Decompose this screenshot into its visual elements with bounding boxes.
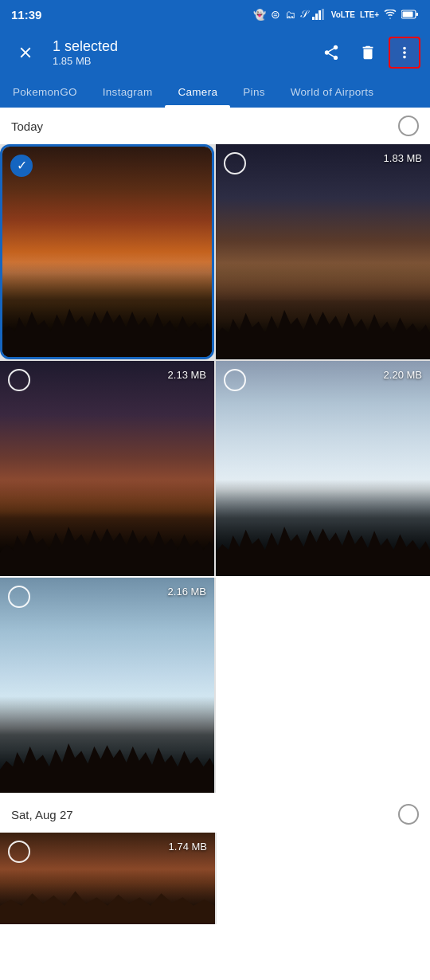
tree-overlay-1 <box>2 262 212 357</box>
action-bar-right <box>315 37 420 69</box>
more-button[interactable] <box>389 37 420 69</box>
tab-instagram[interactable]: Instagram <box>90 76 166 108</box>
bottom-photo-grid: 1.74 MB <box>0 833 430 924</box>
share-button[interactable] <box>315 37 347 69</box>
selected-count: 1 selected <box>53 38 118 55</box>
status-time: 11:39 <box>11 8 41 22</box>
tree-overlay-5 <box>0 696 214 794</box>
close-button[interactable] <box>10 37 41 69</box>
svg-rect-1 <box>315 14 318 20</box>
select-circle-2[interactable] <box>224 152 246 174</box>
share-icon <box>322 44 340 61</box>
svg-rect-3 <box>322 9 324 20</box>
volte-label: VoLTE <box>331 10 355 19</box>
svg-rect-0 <box>312 17 315 20</box>
file-size-4: 2.20 MB <box>384 369 422 381</box>
aug27-label: Sat, Aug 27 <box>11 808 73 821</box>
empty-cell <box>216 578 430 793</box>
close-icon <box>17 44 34 61</box>
svg-rect-6 <box>416 13 419 16</box>
tab-worldofairports[interactable]: World of Airports <box>278 76 387 108</box>
status-icons: 👻 ⊜ 🗂 𝒮 VoLTE LTE+ <box>253 8 419 21</box>
photo-cell-5[interactable]: 2.16 MB <box>0 578 214 793</box>
photo-grid: ✓ 1.83 MB 2.13 MB 2.20 MB <box>0 144 430 576</box>
photo-row-5: 2.16 MB <box>0 578 430 793</box>
selected-size: 1.85 MB <box>53 55 118 67</box>
svg-rect-2 <box>319 10 321 20</box>
status-bar: 11:39 👻 ⊜ 🗂 𝒮 VoLTE LTE+ <box>0 0 430 29</box>
file-size-3: 2.13 MB <box>168 369 206 381</box>
file-size-5: 2.16 MB <box>168 586 206 598</box>
photo-cell-2[interactable]: 1.83 MB <box>216 144 430 359</box>
photo-cell-3[interactable]: 2.13 MB <box>0 361 214 576</box>
lte-label: LTE+ <box>360 10 379 19</box>
shazam-icon: 𝒮 <box>300 8 307 21</box>
tab-pokemongo[interactable]: PokemonGO <box>0 76 90 108</box>
action-bar-left: 1 selected 1.85 MB <box>10 37 304 69</box>
select-circle-4[interactable] <box>224 369 246 391</box>
file-size-6: 1.74 MB <box>169 841 207 853</box>
tree-overlay-3 <box>0 480 214 577</box>
more-vertical-icon <box>396 44 413 61</box>
aug27-section-header: Sat, Aug 27 <box>0 796 430 833</box>
tab-camera[interactable]: Camera <box>165 76 230 108</box>
today-section-header: Today <box>0 108 430 144</box>
select-circle-5[interactable] <box>8 586 30 608</box>
tree-overlay-2 <box>216 263 430 360</box>
file-size-2: 1.83 MB <box>384 152 422 164</box>
wifi-icon <box>384 10 397 19</box>
delete-icon <box>359 44 377 61</box>
svg-rect-5 <box>403 12 413 18</box>
today-select-all[interactable] <box>398 116 419 136</box>
select-circle-6[interactable] <box>8 841 30 863</box>
action-bar: 1 selected 1.85 MB <box>0 29 430 76</box>
chat-icon: ⊜ <box>271 8 280 21</box>
today-label: Today <box>11 120 43 133</box>
tree-overlay-4 <box>216 480 430 577</box>
tab-pins[interactable]: Pins <box>230 76 277 108</box>
action-bar-title: 1 selected 1.85 MB <box>53 38 118 67</box>
battery-icon <box>401 10 419 19</box>
select-circle-1[interactable]: ✓ <box>10 155 33 177</box>
photo-cell-4[interactable]: 2.20 MB <box>216 361 430 576</box>
aug27-select-all[interactable] <box>398 804 419 825</box>
signal-icon <box>312 9 326 20</box>
photo-cell-1[interactable]: ✓ <box>0 144 214 359</box>
snapchat-icon: 👻 <box>253 9 266 21</box>
empty-bottom-cell <box>217 833 430 924</box>
select-circle-3[interactable] <box>8 369 30 391</box>
tab-bar: PokemonGO Instagram Camera Pins World of… <box>0 76 430 108</box>
delete-button[interactable] <box>352 37 384 69</box>
sim-icon: 🗂 <box>285 9 295 21</box>
photo-cell-6[interactable]: 1.74 MB <box>0 833 215 924</box>
check-icon-1: ✓ <box>17 159 27 172</box>
